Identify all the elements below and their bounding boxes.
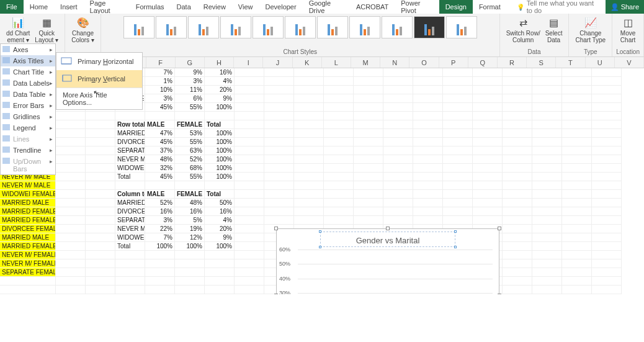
cell[interactable] [205,259,235,268]
cell[interactable] [562,146,592,155]
cell[interactable] [324,190,354,199]
cell[interactable]: 52% [175,155,205,164]
cell[interactable] [503,129,532,138]
cell[interactable] [562,242,592,251]
cell[interactable] [145,286,175,294]
cell[interactable] [532,259,562,268]
cell[interactable]: Total [115,242,145,251]
cell[interactable] [324,103,354,112]
tab-google-drive[interactable]: Google Drive [303,0,350,14]
cell[interactable] [532,120,562,129]
cell[interactable] [145,112,175,120]
cell[interactable] [413,164,443,173]
cell[interactable] [443,199,473,207]
cell[interactable] [503,138,532,146]
cell[interactable] [235,138,264,146]
cell[interactable]: 3% [145,216,175,225]
cell[interactable] [235,225,264,233]
cell[interactable] [235,129,264,138]
cell[interactable] [205,277,235,286]
cell[interactable] [56,207,86,216]
style-thumb[interactable] [188,16,219,38]
cell[interactable]: FEMALE [175,190,205,199]
cell[interactable]: 16% [205,68,235,77]
cell[interactable] [324,68,354,77]
cell[interactable] [592,216,622,225]
cell[interactable] [443,120,473,129]
cell[interactable] [235,190,264,199]
col-header-Q[interactable]: Q [468,57,498,68]
cell[interactable] [562,129,592,138]
tab-insert[interactable]: Insert [54,0,84,14]
cell[interactable] [294,181,324,190]
cell[interactable] [145,259,175,268]
cell[interactable] [473,68,503,77]
cell[interactable] [235,268,264,277]
cell[interactable] [383,120,413,129]
cell[interactable] [294,207,324,216]
cell[interactable]: NEVER M/ FEMALE [0,259,56,268]
cell[interactable] [56,216,86,225]
cell[interactable] [354,68,383,77]
cell[interactable] [443,164,473,173]
cell[interactable]: MARRIED [115,129,145,138]
cell[interactable] [235,68,264,77]
cell[interactable] [56,286,86,294]
cell[interactable] [324,77,354,86]
cell[interactable] [145,268,175,277]
cell[interactable] [86,242,115,251]
cell[interactable] [413,216,443,225]
cell[interactable] [175,286,205,294]
resize-handle[interactable] [386,227,390,230]
cell[interactable] [294,173,324,181]
cell[interactable] [443,94,473,103]
cell[interactable]: 9% [175,68,205,77]
cell[interactable]: NEVER M/ MALE [0,181,56,190]
menu-item-data-labels[interactable]: Data Labels▸ [1,78,55,89]
resize-handle[interactable] [274,227,278,230]
cell[interactable] [324,129,354,138]
cell[interactable]: 16% [175,207,205,216]
cell[interactable]: 100% [205,138,235,146]
cell[interactable] [592,94,622,103]
cell[interactable] [383,68,413,77]
cell[interactable] [56,190,86,199]
tab-file[interactable]: File [0,0,24,14]
cell[interactable] [383,146,413,155]
cell[interactable] [235,233,264,242]
cell[interactable] [562,181,592,190]
cell[interactable] [592,199,622,207]
cell[interactable] [532,164,562,173]
cell[interactable] [354,120,383,129]
cell[interactable]: MARRIED [115,199,145,207]
cell[interactable] [473,190,503,199]
cell[interactable] [56,259,86,268]
col-header-L[interactable]: L [322,57,351,68]
quick-layout-button[interactable]: ▦Quick Layout ▾ [32,15,61,45]
cell[interactable] [354,216,383,225]
cell[interactable] [86,207,115,216]
cell[interactable] [324,164,354,173]
cell[interactable]: 63% [175,146,205,155]
cell[interactable]: MARRIED FEMALE [0,216,56,225]
cell[interactable] [294,129,324,138]
cell[interactable] [562,190,592,199]
cell[interactable] [413,94,443,103]
cell[interactable] [86,233,115,242]
cell[interactable] [473,155,503,164]
tab-developer[interactable]: Developer [259,0,303,14]
cell[interactable] [473,112,503,120]
cell[interactable] [383,207,413,216]
cell[interactable] [592,129,622,138]
cell[interactable] [86,129,115,138]
cell[interactable] [324,199,354,207]
cell[interactable] [503,155,532,164]
cell[interactable] [145,181,175,190]
cell[interactable] [56,233,86,242]
cell[interactable]: SEPARATE [115,146,145,155]
cell[interactable] [532,94,562,103]
cell[interactable] [592,251,622,259]
cell[interactable] [294,68,324,77]
cell[interactable] [0,286,56,294]
cell[interactable]: 11% [175,86,205,94]
